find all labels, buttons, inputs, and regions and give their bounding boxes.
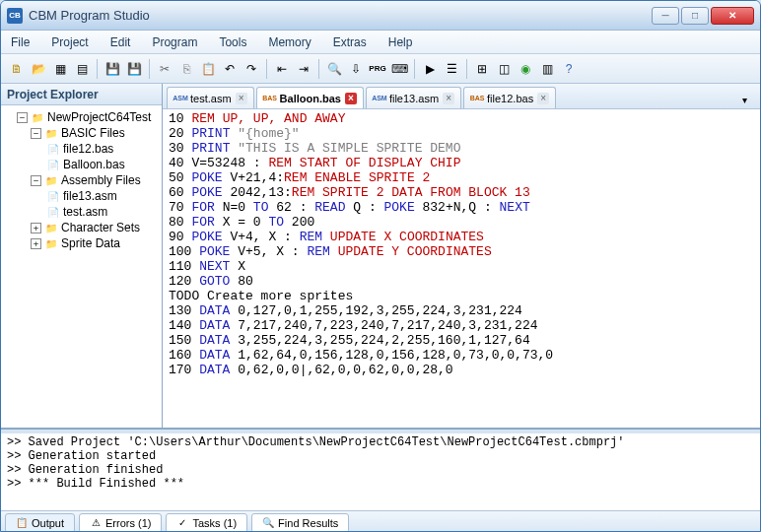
close-button[interactable]: ✕ bbox=[711, 7, 754, 25]
save-icon[interactable]: 💾 bbox=[103, 59, 122, 79]
paste-icon[interactable]: 📋 bbox=[198, 59, 218, 79]
prg-icon[interactable]: PRG bbox=[368, 59, 387, 79]
editor-tabs: ASMtest.asm× BASBalloon.bas× ASMfile13.a… bbox=[163, 84, 760, 109]
redo-icon[interactable]: ↷ bbox=[242, 59, 261, 79]
project-explorer-title: Project Explorer bbox=[1, 84, 162, 105]
tab-menu-icon[interactable]: ▾ bbox=[742, 95, 756, 108]
run-icon[interactable]: ▶ bbox=[420, 59, 440, 79]
output-text[interactable]: >> Saved Project 'C:\Users\Arthur\Docume… bbox=[1, 433, 760, 510]
tree-basic-files[interactable]: −📁BASIC Files bbox=[5, 125, 158, 141]
output-tabs: 📋Output ⚠Errors (1) ✓Tasks (1) 🔍Find Res… bbox=[1, 510, 760, 532]
menu-program[interactable]: Program bbox=[152, 35, 197, 49]
tab-close-icon[interactable]: × bbox=[345, 93, 357, 104]
output-tab-find[interactable]: 🔍Find Results bbox=[251, 513, 349, 533]
tab-close-icon[interactable]: × bbox=[537, 93, 549, 104]
tree-file12-bas[interactable]: 📄file12.bas bbox=[5, 141, 158, 157]
menu-help[interactable]: Help bbox=[388, 35, 413, 49]
output-tab-errors[interactable]: ⚠Errors (1) bbox=[79, 513, 162, 533]
menu-project[interactable]: Project bbox=[51, 35, 88, 49]
form-icon[interactable]: ▦ bbox=[50, 59, 70, 79]
form2-icon[interactable]: ▤ bbox=[72, 59, 92, 79]
open-folder-icon[interactable]: 📂 bbox=[29, 59, 48, 79]
maximize-button[interactable]: □ bbox=[681, 7, 709, 25]
tab-balloon-bas[interactable]: BASBalloon.bas× bbox=[256, 87, 364, 108]
save-all-icon[interactable]: 💾 bbox=[124, 59, 144, 79]
output-panel: >> Saved Project 'C:\Users\Arthur\Docume… bbox=[1, 428, 760, 532]
tree-root[interactable]: −📁NewProjectC64Test bbox=[5, 109, 158, 125]
menu-bar: File Project Edit Program Tools Memory E… bbox=[1, 31, 760, 54]
cut-icon[interactable]: ✂ bbox=[155, 59, 174, 79]
app-title: CBM Program Studio bbox=[29, 8, 652, 23]
new-file-icon[interactable]: 🗎 bbox=[7, 59, 27, 79]
menu-memory[interactable]: Memory bbox=[268, 35, 311, 49]
tree-sprite-data[interactable]: +📁Sprite Data bbox=[5, 235, 158, 251]
find-icon[interactable]: 🔍 bbox=[324, 59, 344, 79]
menu-extras[interactable]: Extras bbox=[333, 35, 367, 49]
tree-assembly-files[interactable]: −📁Assembly Files bbox=[5, 172, 158, 188]
sprite-icon[interactable]: ◫ bbox=[494, 59, 514, 79]
goto-icon[interactable]: ⇩ bbox=[346, 59, 366, 79]
tree-test-asm[interactable]: 📄test.asm bbox=[5, 204, 158, 220]
grid-icon[interactable]: ⊞ bbox=[472, 59, 492, 79]
minimize-button[interactable]: ─ bbox=[652, 7, 679, 25]
disk-icon[interactable]: ◉ bbox=[516, 59, 535, 79]
memory-icon[interactable]: ▥ bbox=[537, 59, 557, 79]
tab-file13-asm[interactable]: ASMfile13.asm× bbox=[366, 87, 461, 108]
help-icon[interactable]: ? bbox=[559, 59, 579, 79]
tree-character-sets[interactable]: +📁Character Sets bbox=[5, 220, 158, 235]
tab-file12-bas[interactable]: BASfile12.bas× bbox=[463, 87, 556, 108]
title-bar: CB CBM Program Studio ─ □ ✕ bbox=[1, 1, 760, 31]
editor-area: ASMtest.asm× BASBalloon.bas× ASMfile13.a… bbox=[163, 84, 760, 428]
indent-icon[interactable]: ⇤ bbox=[272, 59, 292, 79]
output-tab-tasks[interactable]: ✓Tasks (1) bbox=[166, 513, 247, 533]
output-tab-output[interactable]: 📋Output bbox=[5, 513, 75, 533]
project-tree[interactable]: −📁NewProjectC64Test −📁BASIC Files 📄file1… bbox=[1, 105, 162, 428]
project-explorer: Project Explorer −📁NewProjectC64Test −📁B… bbox=[1, 84, 163, 428]
tab-close-icon[interactable]: × bbox=[443, 93, 454, 104]
main-area: Project Explorer −📁NewProjectC64Test −📁B… bbox=[1, 84, 760, 428]
code-editor[interactable]: 10 REM UP, UP, AND AWAY 20 PRINT "{home}… bbox=[163, 109, 760, 428]
tab-test-asm[interactable]: ASMtest.asm× bbox=[167, 87, 254, 108]
undo-icon[interactable]: ↶ bbox=[220, 59, 240, 79]
list-icon[interactable]: ☰ bbox=[442, 59, 461, 79]
outdent-icon[interactable]: ⇥ bbox=[294, 59, 313, 79]
keyboard-icon[interactable]: ⌨ bbox=[389, 59, 409, 79]
app-icon: CB bbox=[7, 8, 23, 24]
tab-close-icon[interactable]: × bbox=[236, 93, 247, 104]
menu-edit[interactable]: Edit bbox=[110, 35, 131, 49]
copy-icon[interactable]: ⎘ bbox=[176, 59, 196, 79]
menu-file[interactable]: File bbox=[11, 35, 30, 49]
tree-file13-asm[interactable]: 📄file13.asm bbox=[5, 188, 158, 204]
toolbar: 🗎 📂 ▦ ▤ 💾 💾 ✂ ⎘ 📋 ↶ ↷ ⇤ ⇥ 🔍 ⇩ PRG ⌨ ▶ ☰ … bbox=[1, 54, 760, 84]
menu-tools[interactable]: Tools bbox=[219, 35, 246, 49]
tree-balloon-bas[interactable]: 📄Balloon.bas bbox=[5, 157, 158, 172]
